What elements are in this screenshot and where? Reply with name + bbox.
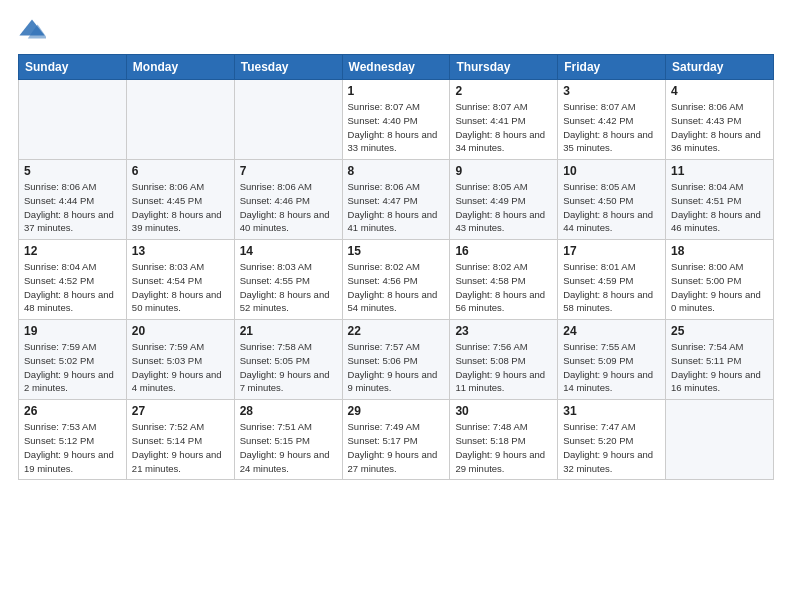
day-number: 12 [24, 244, 121, 258]
calendar-week-row: 12Sunrise: 8:04 AM Sunset: 4:52 PM Dayli… [19, 240, 774, 320]
day-info: Sunrise: 7:53 AM Sunset: 5:12 PM Dayligh… [24, 420, 121, 475]
day-number: 16 [455, 244, 552, 258]
weekday-header-monday: Monday [126, 55, 234, 80]
logo-icon [18, 16, 46, 44]
day-info: Sunrise: 7:47 AM Sunset: 5:20 PM Dayligh… [563, 420, 660, 475]
weekday-header-row: SundayMondayTuesdayWednesdayThursdayFrid… [19, 55, 774, 80]
day-info: Sunrise: 8:05 AM Sunset: 4:50 PM Dayligh… [563, 180, 660, 235]
weekday-header-thursday: Thursday [450, 55, 558, 80]
day-info: Sunrise: 7:51 AM Sunset: 5:15 PM Dayligh… [240, 420, 337, 475]
day-number: 5 [24, 164, 121, 178]
day-number: 26 [24, 404, 121, 418]
calendar-cell: 15Sunrise: 8:02 AM Sunset: 4:56 PM Dayli… [342, 240, 450, 320]
calendar-cell [126, 80, 234, 160]
day-info: Sunrise: 8:02 AM Sunset: 4:56 PM Dayligh… [348, 260, 445, 315]
day-number: 29 [348, 404, 445, 418]
day-info: Sunrise: 8:06 AM Sunset: 4:45 PM Dayligh… [132, 180, 229, 235]
day-info: Sunrise: 7:52 AM Sunset: 5:14 PM Dayligh… [132, 420, 229, 475]
day-info: Sunrise: 8:04 AM Sunset: 4:52 PM Dayligh… [24, 260, 121, 315]
calendar-cell: 14Sunrise: 8:03 AM Sunset: 4:55 PM Dayli… [234, 240, 342, 320]
calendar-cell: 22Sunrise: 7:57 AM Sunset: 5:06 PM Dayli… [342, 320, 450, 400]
weekday-header-wednesday: Wednesday [342, 55, 450, 80]
day-info: Sunrise: 8:03 AM Sunset: 4:55 PM Dayligh… [240, 260, 337, 315]
calendar-cell [234, 80, 342, 160]
weekday-header-tuesday: Tuesday [234, 55, 342, 80]
day-info: Sunrise: 8:03 AM Sunset: 4:54 PM Dayligh… [132, 260, 229, 315]
day-info: Sunrise: 8:01 AM Sunset: 4:59 PM Dayligh… [563, 260, 660, 315]
day-number: 25 [671, 324, 768, 338]
calendar-cell: 13Sunrise: 8:03 AM Sunset: 4:54 PM Dayli… [126, 240, 234, 320]
calendar-cell: 16Sunrise: 8:02 AM Sunset: 4:58 PM Dayli… [450, 240, 558, 320]
day-number: 23 [455, 324, 552, 338]
day-number: 7 [240, 164, 337, 178]
calendar-cell: 1Sunrise: 8:07 AM Sunset: 4:40 PM Daylig… [342, 80, 450, 160]
day-number: 9 [455, 164, 552, 178]
day-info: Sunrise: 8:06 AM Sunset: 4:47 PM Dayligh… [348, 180, 445, 235]
day-number: 8 [348, 164, 445, 178]
calendar-cell: 6Sunrise: 8:06 AM Sunset: 4:45 PM Daylig… [126, 160, 234, 240]
day-number: 14 [240, 244, 337, 258]
day-info: Sunrise: 7:59 AM Sunset: 5:03 PM Dayligh… [132, 340, 229, 395]
day-number: 13 [132, 244, 229, 258]
calendar-cell: 29Sunrise: 7:49 AM Sunset: 5:17 PM Dayli… [342, 400, 450, 480]
calendar-table: SundayMondayTuesdayWednesdayThursdayFrid… [18, 54, 774, 480]
calendar-cell [19, 80, 127, 160]
calendar-cell: 28Sunrise: 7:51 AM Sunset: 5:15 PM Dayli… [234, 400, 342, 480]
day-info: Sunrise: 8:07 AM Sunset: 4:42 PM Dayligh… [563, 100, 660, 155]
calendar-week-row: 19Sunrise: 7:59 AM Sunset: 5:02 PM Dayli… [19, 320, 774, 400]
day-info: Sunrise: 8:06 AM Sunset: 4:46 PM Dayligh… [240, 180, 337, 235]
day-number: 28 [240, 404, 337, 418]
calendar-cell: 2Sunrise: 8:07 AM Sunset: 4:41 PM Daylig… [450, 80, 558, 160]
day-info: Sunrise: 7:57 AM Sunset: 5:06 PM Dayligh… [348, 340, 445, 395]
calendar-cell: 24Sunrise: 7:55 AM Sunset: 5:09 PM Dayli… [558, 320, 666, 400]
calendar-week-row: 26Sunrise: 7:53 AM Sunset: 5:12 PM Dayli… [19, 400, 774, 480]
day-info: Sunrise: 8:00 AM Sunset: 5:00 PM Dayligh… [671, 260, 768, 315]
day-info: Sunrise: 7:55 AM Sunset: 5:09 PM Dayligh… [563, 340, 660, 395]
calendar-cell: 5Sunrise: 8:06 AM Sunset: 4:44 PM Daylig… [19, 160, 127, 240]
day-number: 24 [563, 324, 660, 338]
calendar-cell: 20Sunrise: 7:59 AM Sunset: 5:03 PM Dayli… [126, 320, 234, 400]
day-info: Sunrise: 7:58 AM Sunset: 5:05 PM Dayligh… [240, 340, 337, 395]
day-info: Sunrise: 8:07 AM Sunset: 4:41 PM Dayligh… [455, 100, 552, 155]
day-info: Sunrise: 7:59 AM Sunset: 5:02 PM Dayligh… [24, 340, 121, 395]
day-number: 3 [563, 84, 660, 98]
calendar-cell: 31Sunrise: 7:47 AM Sunset: 5:20 PM Dayli… [558, 400, 666, 480]
day-number: 10 [563, 164, 660, 178]
day-number: 31 [563, 404, 660, 418]
calendar-cell [666, 400, 774, 480]
day-info: Sunrise: 7:56 AM Sunset: 5:08 PM Dayligh… [455, 340, 552, 395]
day-info: Sunrise: 8:06 AM Sunset: 4:43 PM Dayligh… [671, 100, 768, 155]
calendar-cell: 8Sunrise: 8:06 AM Sunset: 4:47 PM Daylig… [342, 160, 450, 240]
day-number: 21 [240, 324, 337, 338]
calendar-cell: 18Sunrise: 8:00 AM Sunset: 5:00 PM Dayli… [666, 240, 774, 320]
calendar-cell: 21Sunrise: 7:58 AM Sunset: 5:05 PM Dayli… [234, 320, 342, 400]
weekday-header-friday: Friday [558, 55, 666, 80]
header [18, 16, 774, 44]
calendar-cell: 7Sunrise: 8:06 AM Sunset: 4:46 PM Daylig… [234, 160, 342, 240]
calendar-week-row: 1Sunrise: 8:07 AM Sunset: 4:40 PM Daylig… [19, 80, 774, 160]
day-number: 19 [24, 324, 121, 338]
calendar-cell: 3Sunrise: 8:07 AM Sunset: 4:42 PM Daylig… [558, 80, 666, 160]
weekday-header-sunday: Sunday [19, 55, 127, 80]
calendar-cell: 9Sunrise: 8:05 AM Sunset: 4:49 PM Daylig… [450, 160, 558, 240]
day-info: Sunrise: 7:48 AM Sunset: 5:18 PM Dayligh… [455, 420, 552, 475]
day-number: 6 [132, 164, 229, 178]
calendar-cell: 26Sunrise: 7:53 AM Sunset: 5:12 PM Dayli… [19, 400, 127, 480]
page: SundayMondayTuesdayWednesdayThursdayFrid… [0, 0, 792, 612]
day-number: 22 [348, 324, 445, 338]
logo [18, 16, 50, 44]
day-number: 18 [671, 244, 768, 258]
day-info: Sunrise: 8:02 AM Sunset: 4:58 PM Dayligh… [455, 260, 552, 315]
calendar-cell: 11Sunrise: 8:04 AM Sunset: 4:51 PM Dayli… [666, 160, 774, 240]
calendar-cell: 4Sunrise: 8:06 AM Sunset: 4:43 PM Daylig… [666, 80, 774, 160]
day-info: Sunrise: 7:49 AM Sunset: 5:17 PM Dayligh… [348, 420, 445, 475]
day-number: 1 [348, 84, 445, 98]
day-number: 27 [132, 404, 229, 418]
day-info: Sunrise: 8:06 AM Sunset: 4:44 PM Dayligh… [24, 180, 121, 235]
day-number: 4 [671, 84, 768, 98]
calendar-week-row: 5Sunrise: 8:06 AM Sunset: 4:44 PM Daylig… [19, 160, 774, 240]
calendar-cell: 30Sunrise: 7:48 AM Sunset: 5:18 PM Dayli… [450, 400, 558, 480]
day-number: 2 [455, 84, 552, 98]
day-number: 15 [348, 244, 445, 258]
calendar-cell: 19Sunrise: 7:59 AM Sunset: 5:02 PM Dayli… [19, 320, 127, 400]
